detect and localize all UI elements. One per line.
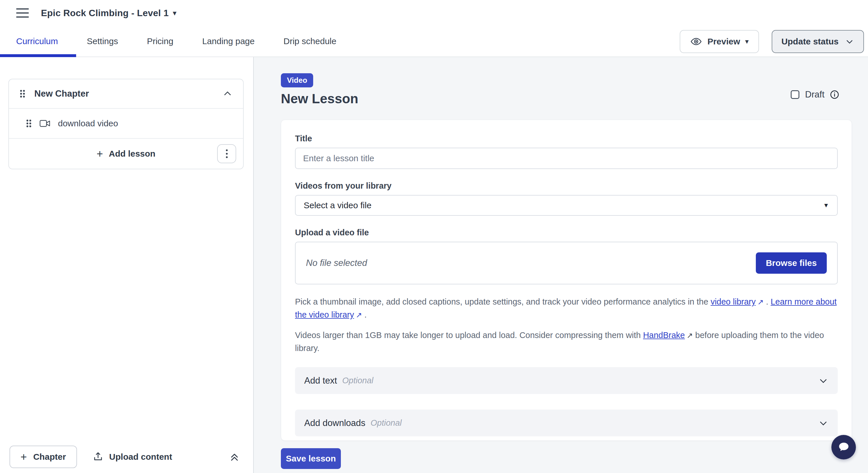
handbrake-link[interactable]: HandBrake xyxy=(643,330,685,340)
lesson-title: download video xyxy=(58,119,118,128)
video-library-select[interactable]: Select a video file ▼ xyxy=(295,195,838,216)
chevron-up-icon[interactable] xyxy=(222,89,233,99)
lesson-header: Video New Lesson Draft xyxy=(281,57,852,106)
eye-icon xyxy=(690,35,702,48)
hamburger-menu-icon[interactable] xyxy=(16,8,29,18)
upload-field-label: Upload a video file xyxy=(295,228,838,238)
upload-content-label: Upload content xyxy=(109,452,172,462)
chevron-down-icon xyxy=(845,37,854,46)
file-size-help-text: Videos larger than 1GB may take longer t… xyxy=(295,329,838,354)
app-header: Epic Rock Climbing - Level 1 ▾ Curriculu… xyxy=(0,0,868,57)
collapse-all-icon[interactable] xyxy=(229,451,240,463)
course-title[interactable]: Epic Rock Climbing - Level 1 xyxy=(41,8,169,19)
help-text-segment: . xyxy=(764,297,771,306)
draft-checkbox[interactable] xyxy=(791,90,799,99)
external-link-icon: ↗ xyxy=(354,309,362,321)
add-lesson-label: Add lesson xyxy=(109,149,155,159)
chapter-menu-button[interactable] xyxy=(217,144,236,163)
chevron-down-icon xyxy=(818,418,829,428)
external-link-icon: ↗ xyxy=(755,296,764,308)
chevron-down-icon xyxy=(818,376,829,386)
kebab-menu-icon xyxy=(225,149,228,159)
upload-content-button[interactable]: Upload content xyxy=(93,451,172,462)
plus-icon: + xyxy=(21,451,27,462)
page-title: New Lesson xyxy=(281,91,852,106)
tab-pricing[interactable]: Pricing xyxy=(147,36,173,46)
tab-curriculum[interactable]: Curriculum xyxy=(16,36,58,46)
draft-label: Draft xyxy=(805,89,825,100)
update-status-button[interactable]: Update status xyxy=(772,30,864,53)
chapter-footer: + Add lesson xyxy=(9,139,243,169)
video-library-link[interactable]: video library↗ xyxy=(711,297,764,306)
active-tab-underline xyxy=(0,54,76,57)
update-status-label: Update status xyxy=(781,37,839,46)
tab-bar: Curriculum Settings Pricing Landing page… xyxy=(0,26,868,57)
select-caret-icon: ▼ xyxy=(823,202,829,209)
preview-button[interactable]: Preview ▾ xyxy=(680,30,759,53)
tab-drip-schedule[interactable]: Drip schedule xyxy=(283,36,336,46)
add-lesson-button[interactable]: + Add lesson xyxy=(97,148,155,159)
preview-caret-icon: ▾ xyxy=(745,38,749,45)
add-downloads-label: Add downloads xyxy=(304,418,365,428)
lesson-type-badge: Video xyxy=(281,73,313,87)
info-icon[interactable] xyxy=(830,90,839,99)
video-library-help-text: Pick a thumbnail image, add closed capti… xyxy=(295,295,838,321)
title-field-label: Title xyxy=(295,134,838,143)
topbar: Epic Rock Climbing - Level 1 ▾ xyxy=(0,0,868,26)
video-camera-icon xyxy=(39,119,51,128)
sidebar-footer: + Chapter Upload content xyxy=(0,441,253,473)
external-link-icon: ↗ xyxy=(685,329,693,342)
no-file-text: No file selected xyxy=(306,258,756,268)
file-upload-dropzone[interactable]: No file selected Browse files xyxy=(295,242,838,284)
library-field-label: Videos from your library xyxy=(295,181,838,191)
add-text-expander[interactable]: Add text Optional xyxy=(295,367,838,394)
help-text-segment: . xyxy=(362,310,367,319)
tab-landing-page[interactable]: Landing page xyxy=(202,36,255,46)
chat-bubble-icon xyxy=(837,441,850,454)
browse-files-button[interactable]: Browse files xyxy=(756,252,827,274)
add-chapter-label: Chapter xyxy=(33,452,66,462)
curriculum-sidebar: New Chapter xyxy=(0,57,254,473)
add-downloads-expander[interactable]: Add downloads Optional xyxy=(295,410,838,436)
chapter-title: New Chapter xyxy=(34,89,222,99)
add-downloads-optional: Optional xyxy=(371,418,818,428)
lesson-form-card: Title Videos from your library Select a … xyxy=(281,120,852,441)
video-library-select-value: Select a video file xyxy=(304,200,823,210)
lesson-editor: Video New Lesson Draft Title Videos from… xyxy=(254,57,868,473)
help-text-segment: Videos larger than 1GB may take longer t… xyxy=(295,330,643,340)
add-text-label: Add text xyxy=(304,376,337,386)
lesson-title-input[interactable] xyxy=(295,148,838,169)
tab-settings[interactable]: Settings xyxy=(87,36,118,46)
course-title-caret-icon[interactable]: ▾ xyxy=(173,9,177,18)
add-chapter-button[interactable]: + Chapter xyxy=(9,446,77,468)
chapter-header[interactable]: New Chapter xyxy=(9,79,243,109)
help-text-segment: Pick a thumbnail image, add closed capti… xyxy=(295,297,711,306)
save-lesson-button[interactable]: Save lesson xyxy=(281,448,341,469)
chapter-card: New Chapter xyxy=(8,79,244,169)
header-actions: Preview ▾ Update status xyxy=(680,30,864,53)
plus-icon: + xyxy=(97,148,103,159)
drag-handle-icon[interactable] xyxy=(26,119,32,128)
chat-widget-button[interactable] xyxy=(831,435,856,460)
lesson-item[interactable]: download video xyxy=(9,109,243,139)
preview-button-label: Preview xyxy=(707,37,740,46)
draft-toggle-group: Draft xyxy=(791,89,839,100)
drag-handle-icon[interactable] xyxy=(19,89,26,99)
add-text-optional: Optional xyxy=(342,376,818,385)
upload-icon xyxy=(93,451,103,462)
